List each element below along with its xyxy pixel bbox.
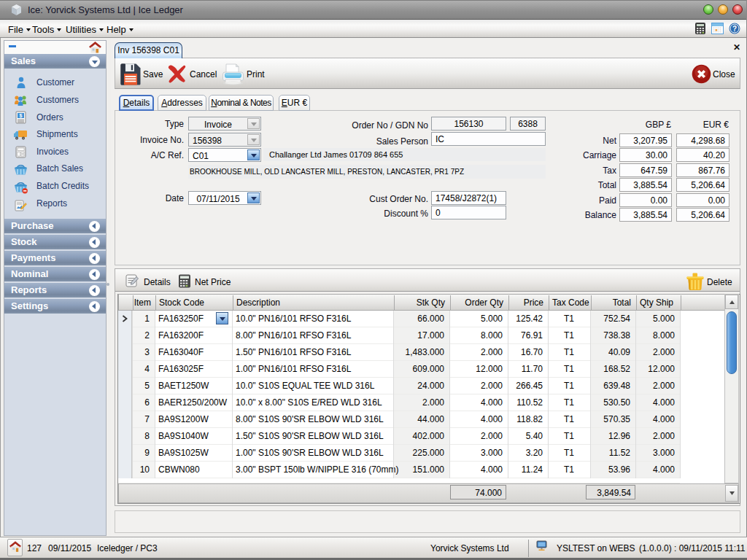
- svg-text:?: ?: [732, 25, 737, 33]
- svg-text:$: $: [20, 113, 23, 119]
